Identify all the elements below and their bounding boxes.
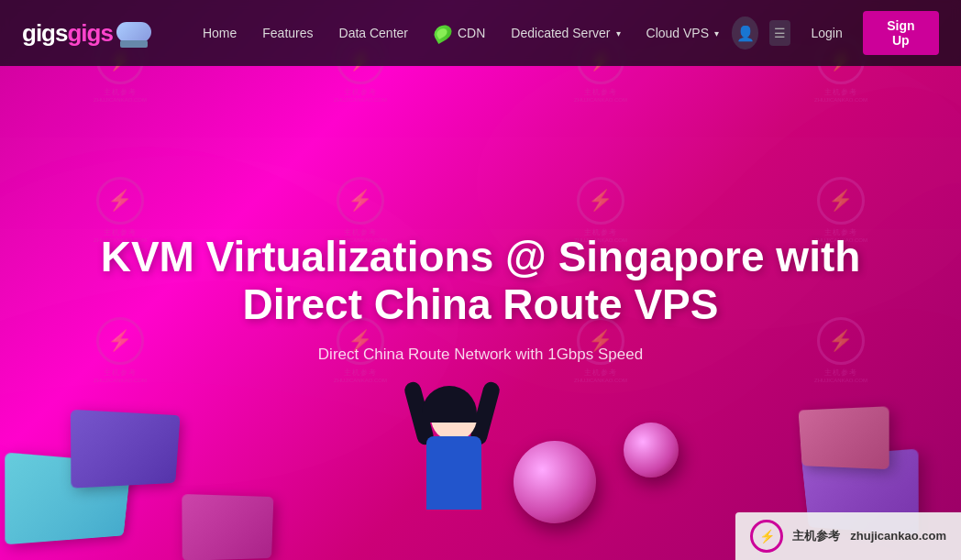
char-body <box>426 436 481 510</box>
logo-area[interactable]: gigsgigs <box>22 18 153 48</box>
nav-login[interactable]: Login <box>798 18 855 48</box>
deco-box-3 <box>182 494 273 560</box>
deco-character <box>394 377 514 560</box>
hero-title: KVM Virtualizations @ Singapore with Dir… <box>68 233 893 330</box>
nav-signup[interactable]: Sign Up <box>863 11 939 55</box>
deco-ball-2 <box>624 423 679 478</box>
bwm-logo-icon: ⚡ <box>750 520 783 553</box>
hero-subtitle: Direct China Route Network with 1Gbps Sp… <box>68 346 893 364</box>
logo-gigs1: gigs <box>22 19 67 47</box>
cdn-leaf-icon <box>434 26 454 40</box>
char-hair <box>422 386 477 423</box>
cloud-icon <box>116 18 153 48</box>
bwm-text: 主机参考 zhujicankao.com <box>792 528 946 544</box>
deco-ball-1 <box>514 441 596 523</box>
hero-content: KVM Virtualizations @ Singapore with Dir… <box>68 233 893 365</box>
menu-icon[interactable]: ☰ <box>769 20 790 46</box>
nav-cloud-vps[interactable]: Cloud VPS <box>634 18 732 48</box>
nav-right: 👤 ☰ Login Sign Up <box>732 11 939 55</box>
deco-box-2 <box>71 410 181 489</box>
nav-datacenter[interactable]: Data Center <box>326 18 421 48</box>
deco-box-right-2 <box>799 406 889 469</box>
nav-home[interactable]: Home <box>190 18 249 48</box>
navbar: gigsgigs Home Features Data Center CDN D… <box>0 0 961 66</box>
bottom-watermark-bar: ⚡ 主机参考 zhujicankao.com <box>735 512 961 560</box>
user-icon[interactable]: 👤 <box>732 16 758 49</box>
logo-gigs2: gigs <box>67 19 112 47</box>
nav-cdn[interactable]: CDN <box>421 18 498 48</box>
nav-links: Home Features Data Center CDN Dedicated … <box>190 18 732 48</box>
nav-dedicated-server[interactable]: Dedicated Server <box>498 18 633 48</box>
nav-features[interactable]: Features <box>249 18 326 48</box>
